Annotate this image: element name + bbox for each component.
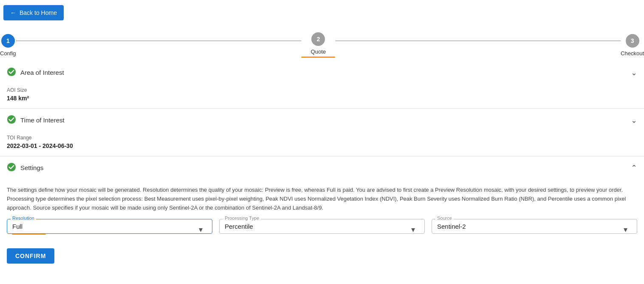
time-of-interest-section: Time of Interest ⌄ TOI Range 2022-03-01 … xyxy=(0,109,644,156)
chevron-down-icon-aoi: ⌄ xyxy=(631,68,637,77)
time-of-interest-content: TOI Range 2022-03-01 - 2024-06-30 xyxy=(7,131,637,156)
back-button-label: Back to Home xyxy=(20,9,57,16)
step-3: 3 Checkout xyxy=(621,34,644,57)
processing-type-group: Processing Type Percentile Best Measurem… xyxy=(219,219,425,235)
source-legend: Source xyxy=(435,216,454,221)
step-1-label: Config xyxy=(0,50,16,57)
area-of-interest-content: AOI Size 148 km² xyxy=(7,84,637,108)
step-2-label: Quote xyxy=(311,48,326,55)
step-1: 1 Config xyxy=(0,34,16,57)
step-2-circle: 2 xyxy=(311,32,325,46)
area-of-interest-header[interactable]: Area of Interest ⌄ xyxy=(7,61,637,84)
dropdowns-row: Resolution Full Preview ▾ Processing Typ… xyxy=(0,216,644,241)
stepper: 1 Config 2 Quote 3 Checkout xyxy=(0,26,644,61)
svg-point-2 xyxy=(7,163,16,171)
step-3-label: Checkout xyxy=(621,50,644,57)
resolution-group: Resolution Full Preview ▾ xyxy=(7,219,212,235)
confirm-button-container: CONFIRM xyxy=(0,241,644,270)
resolution-fieldset: Resolution Full Preview ▾ xyxy=(7,219,212,234)
quote-underline xyxy=(301,57,335,58)
time-of-interest-title: Time of Interest xyxy=(20,116,65,124)
chevron-up-icon-settings: ⌃ xyxy=(631,163,637,173)
step-1-circle: 1 xyxy=(1,34,15,48)
svg-point-0 xyxy=(7,68,16,76)
settings-title: Settings xyxy=(20,164,43,171)
check-icon-aoi xyxy=(7,67,16,78)
source-fieldset: Source Sentinel-2 Sentinel-2A + Landsat-… xyxy=(432,219,637,234)
processing-type-legend: Processing Type xyxy=(223,216,261,221)
toi-range-label: TOI Range xyxy=(7,135,637,141)
settings-header[interactable]: Settings ⌃ xyxy=(7,156,637,179)
resolution-legend: Resolution xyxy=(11,216,36,221)
area-of-interest-section: Area of Interest ⌄ AOI Size 148 km² xyxy=(0,61,644,109)
arrow-left-icon: ← xyxy=(10,9,16,16)
aoi-size-label: AOI Size xyxy=(7,87,637,93)
settings-section: Settings ⌃ xyxy=(0,156,644,179)
check-icon-settings xyxy=(7,162,16,173)
resolution-orange-underline xyxy=(12,234,46,235)
step-3-circle: 3 xyxy=(626,34,639,48)
check-icon-toi xyxy=(7,115,16,125)
processing-type-select[interactable]: Percentile Best Measurement Peak NDVI Pe… xyxy=(225,223,419,230)
processing-type-fieldset: Processing Type Percentile Best Measurem… xyxy=(219,219,425,234)
step-line-1 xyxy=(16,40,302,41)
back-to-home-button[interactable]: ← Back to Home xyxy=(3,5,64,20)
svg-point-1 xyxy=(7,115,16,124)
aoi-size-value: 148 km² xyxy=(7,95,637,102)
confirm-button[interactable]: CONFIRM xyxy=(7,248,54,264)
source-group: Source Sentinel-2 Sentinel-2A + Landsat-… xyxy=(432,219,637,235)
toi-range-value: 2022-03-01 - 2024-06-30 xyxy=(7,142,637,149)
confirm-button-label: CONFIRM xyxy=(15,253,46,259)
source-select[interactable]: Sentinel-2 Sentinel-2A + Landsat-8/9 xyxy=(437,223,632,230)
area-of-interest-title: Area of Interest xyxy=(20,69,64,76)
step-2: 2 Quote xyxy=(301,32,335,58)
resolution-select[interactable]: Full Preview xyxy=(12,223,207,230)
step-line-2 xyxy=(335,40,621,41)
time-of-interest-header[interactable]: Time of Interest ⌄ xyxy=(7,109,637,131)
chevron-down-icon-toi: ⌄ xyxy=(631,116,637,125)
settings-description: The settings define how your mosaic will… xyxy=(0,179,644,216)
